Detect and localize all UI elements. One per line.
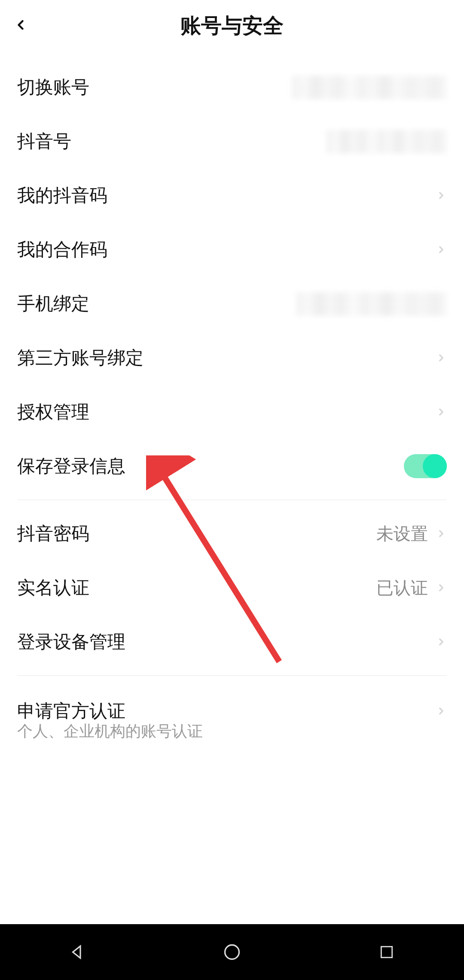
nav-back-button[interactable] xyxy=(64,939,90,965)
item-label: 手机绑定 xyxy=(17,292,89,316)
realname-item[interactable]: 实名认证 已认证 xyxy=(0,561,464,615)
chevron-right-icon xyxy=(436,582,447,593)
chevron-right-icon xyxy=(436,190,447,201)
chevron-right-icon xyxy=(436,406,447,418)
douyin-id-item[interactable]: 抖音号 xyxy=(0,114,464,168)
third-party-binding-item[interactable]: 第三方账号绑定 xyxy=(0,331,464,385)
chevron-right-icon xyxy=(436,636,447,647)
save-login-toggle[interactable] xyxy=(404,454,447,478)
chevron-right-icon xyxy=(436,244,447,255)
circle-home-icon xyxy=(223,943,241,962)
item-label: 保存登录信息 xyxy=(17,454,125,478)
item-label: 登录设备管理 xyxy=(17,630,125,654)
item-label: 我的合作码 xyxy=(17,238,107,262)
item-label: 切换账号 xyxy=(17,75,89,99)
item-label: 抖音号 xyxy=(17,129,71,153)
item-value: 未设置 xyxy=(89,522,428,546)
toggle-knob xyxy=(423,454,447,478)
switch-account-item[interactable]: 切换账号 xyxy=(0,60,464,114)
auth-management-item[interactable]: 授权管理 xyxy=(0,385,464,439)
phone-binding-item[interactable]: 手机绑定 xyxy=(0,277,464,331)
item-label: 我的抖音码 xyxy=(17,183,107,208)
chevron-left-icon xyxy=(13,17,28,33)
page-title: 账号与安全 xyxy=(13,12,451,40)
item-label: 第三方账号绑定 xyxy=(17,346,143,370)
item-value: 已认证 xyxy=(89,576,428,600)
chevron-right-icon xyxy=(436,705,447,717)
redacted-value xyxy=(292,76,447,99)
chevron-right-icon xyxy=(436,352,447,363)
divider xyxy=(17,500,447,500)
svg-point-3 xyxy=(225,945,239,959)
my-partner-code-item[interactable]: 我的合作码 xyxy=(0,223,464,277)
system-nav-bar xyxy=(0,924,464,980)
svg-rect-4 xyxy=(381,946,392,957)
item-label: 抖音密码 xyxy=(17,522,89,546)
item-label: 授权管理 xyxy=(17,400,89,424)
redacted-value xyxy=(296,292,447,316)
item-label: 实名认证 xyxy=(17,576,89,600)
back-button[interactable] xyxy=(13,17,28,34)
password-item[interactable]: 抖音密码 未设置 xyxy=(0,507,464,561)
item-label: 申请官方认证 xyxy=(17,699,125,723)
nav-recent-button[interactable] xyxy=(374,939,400,965)
save-login-info-item: 保存登录信息 xyxy=(0,439,464,493)
divider xyxy=(17,675,447,676)
triangle-back-icon xyxy=(68,943,86,961)
redacted-value xyxy=(327,130,447,153)
device-management-item[interactable]: 登录设备管理 xyxy=(0,615,464,669)
my-qr-item[interactable]: 我的抖音码 xyxy=(0,168,464,223)
nav-home-button[interactable] xyxy=(219,939,245,965)
chevron-right-icon xyxy=(436,528,447,539)
svg-marker-2 xyxy=(73,946,81,958)
official-cert-subtitle: 个人、企业机构的账号认证 xyxy=(0,721,464,742)
square-recent-icon xyxy=(379,944,395,960)
